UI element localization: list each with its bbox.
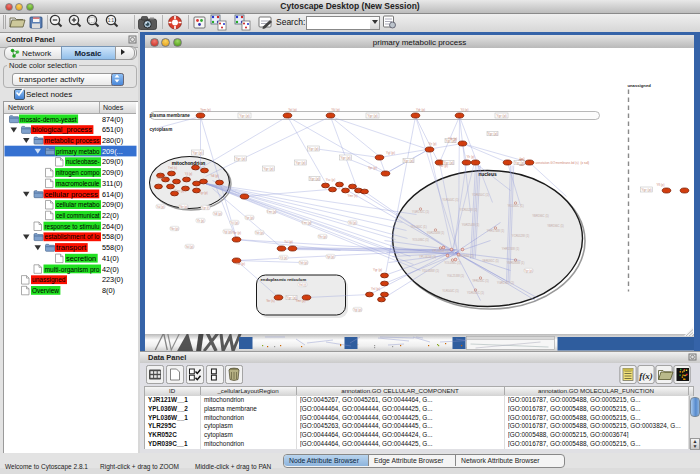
svg-text:874(0): 874(0): [102, 115, 123, 124]
svg-text:mosaic-demo-yeast: mosaic-demo-yeast: [20, 116, 77, 124]
svg-text:Ypr (p): Ypr (p): [245, 215, 253, 219]
svg-text:Ygr (p): Ygr (p): [263, 167, 273, 171]
svg-text:8(0): 8(0): [102, 286, 115, 295]
svg-text:22(0): 22(0): [102, 211, 119, 220]
svg-text:280(0): 280(0): [102, 136, 123, 145]
svg-text:Yal (p): Yal (p): [156, 204, 164, 208]
svg-text:YCR012W (1): YCR012W (1): [459, 207, 476, 211]
svg-text:Ygr (p): Ygr (p): [308, 147, 318, 151]
svg-text:response to stimulu: response to stimulu: [45, 223, 100, 231]
svg-text:YCR012W (1): YCR012W (1): [511, 233, 528, 237]
svg-text:Ygr (p): Ygr (p): [199, 190, 208, 194]
svg-text:Ybr (p): Ybr (p): [170, 226, 179, 230]
svg-text:YBR196C (1): YBR196C (1): [532, 213, 549, 217]
svg-text:Ygr (p): Ygr (p): [641, 188, 651, 192]
svg-text:(pr): (pr): [519, 156, 524, 160]
svg-text:Ynl (r): Ynl (r): [298, 282, 306, 286]
svg-text:223(0): 223(0): [102, 275, 123, 284]
svg-text:Yol (p): Yol (p): [185, 244, 193, 248]
svg-text:209(0): 209(0): [102, 200, 123, 209]
svg-text:Ydl (p): Ydl (p): [210, 173, 218, 177]
svg-text:651(0): 651(0): [102, 125, 123, 134]
svg-text:YGR254W (1): YGR254W (1): [461, 222, 479, 226]
svg-text:Ymr (p): Ymr (p): [301, 220, 310, 224]
svg-text:Ykl (p): Ykl (p): [331, 107, 340, 111]
svg-text:YAL038W (1): YAL038W (1): [457, 253, 474, 257]
svg-text:264(0): 264(0): [102, 222, 123, 231]
svg-text:Yml (s): Yml (s): [168, 165, 177, 169]
svg-text:YBR196C (1): YBR196C (1): [547, 223, 564, 227]
svg-text:Overview: Overview: [32, 287, 60, 294]
svg-text:209(0): 209(0): [102, 157, 123, 166]
svg-text:Yjl (p): Yjl (p): [460, 107, 468, 111]
svg-text:Yfl (p): Yfl (p): [656, 182, 664, 186]
svg-text:Ygr (p): Ygr (p): [367, 114, 377, 118]
svg-text:Ykr (p): Ykr (p): [439, 163, 448, 167]
svg-text:Ykl (p): Ykl (p): [348, 220, 356, 224]
svg-text:transport: transport: [56, 244, 86, 252]
svg-text:Ylr (p): Ylr (p): [196, 218, 204, 222]
svg-text:Ygr (p): Ygr (p): [239, 114, 249, 118]
svg-text:nucleobase-: nucleobase-: [66, 158, 100, 165]
svg-text:Ygr (p): Ygr (p): [295, 161, 305, 165]
svg-text:YHR174W (1): YHR174W (1): [501, 246, 518, 250]
svg-text:plasma membrane: plasma membrane: [149, 113, 190, 118]
svg-text:Ygr (p): Ygr (p): [487, 132, 497, 136]
svg-text:establishment of lo: establishment of lo: [45, 233, 100, 240]
svg-text:Ybr (p): Ybr (p): [179, 204, 188, 208]
svg-text:Ydr (p): Ydr (p): [255, 230, 264, 234]
svg-text:annotation.GO:membrane-bd (s): annotation.GO:membrane-bd (s): [535, 161, 578, 165]
svg-text:biological_process: biological_process: [32, 126, 92, 134]
svg-text:Ygr (p): Ygr (p): [192, 151, 202, 155]
svg-text:Ypm (p): Ypm (p): [200, 107, 210, 111]
svg-text:Ygr (r): Ygr (r): [201, 205, 209, 209]
svg-text:unassigned: unassigned: [32, 276, 66, 284]
svg-text:YOL086C (1): YOL086C (1): [412, 237, 429, 241]
svg-text:Ygr (p): Ygr (p): [403, 159, 413, 163]
svg-text:Ycl (p): Ycl (p): [284, 239, 293, 243]
svg-text:209(...: 209(...: [102, 147, 123, 156]
svg-text:209(0): 209(0): [102, 168, 123, 177]
svg-text:YGL253W (1): YGL253W (1): [446, 273, 463, 277]
svg-text:Ymr (s): Ymr (s): [347, 193, 357, 197]
svg-text:Ygr (p): Ygr (p): [372, 267, 381, 271]
svg-text:41(0): 41(0): [102, 254, 119, 263]
svg-text:(x sol): (x sol): [580, 161, 589, 165]
svg-text:secretion: secretion: [66, 255, 96, 262]
svg-text:Ygl (p): Ygl (p): [386, 150, 395, 154]
svg-text:Ysc (p): Ysc (p): [325, 177, 335, 181]
svg-text:metabolic process: metabolic process: [45, 137, 100, 145]
svg-text:f(x): f(x): [639, 371, 653, 381]
svg-text:Ypl (p): Ypl (p): [326, 254, 334, 258]
svg-text:558(0): 558(0): [102, 232, 123, 241]
svg-text:Ylr (p): Ylr (p): [466, 154, 474, 158]
svg-text:YPL061W (1): YPL061W (1): [419, 254, 436, 258]
svg-text:nitrogen compo: nitrogen compo: [56, 169, 100, 177]
svg-text:Ygr (p): Ygr (p): [524, 268, 533, 272]
svg-text:614(0): 614(0): [102, 190, 123, 199]
svg-text:Ygl (p): Ygl (p): [353, 307, 361, 311]
svg-text:Ydr (p): Ydr (p): [299, 260, 308, 264]
svg-text:Ydr (p): Ydr (p): [447, 136, 456, 140]
svg-text:Ybr (p): Ybr (p): [231, 230, 240, 234]
svg-text:unassigned: unassigned: [627, 82, 651, 87]
svg-text:primary metabo: primary metabo: [56, 148, 100, 156]
svg-text:Ycl (p): Ycl (p): [230, 220, 238, 224]
svg-text:Ynl (p): Ynl (p): [371, 286, 380, 290]
svg-text:Ydr (p): Ydr (p): [415, 107, 424, 111]
svg-text:Ypl (p): Ypl (p): [288, 107, 297, 111]
svg-text:Yjl (p): Yjl (p): [184, 171, 191, 175]
svg-text:Ygr (p): Ygr (p): [514, 161, 524, 165]
svg-text:YDL168W (1): YDL168W (1): [422, 268, 439, 272]
svg-text:Ydl (p): Ydl (p): [236, 261, 245, 265]
svg-text:42(0): 42(0): [102, 265, 119, 274]
svg-text:YKL060C (1): YKL060C (1): [410, 224, 426, 228]
svg-text:cell communicat: cell communicat: [56, 212, 100, 219]
svg-text:cellular metabo: cellular metabo: [56, 201, 100, 208]
svg-text:Ygr (p): Ygr (p): [309, 177, 319, 181]
svg-text:Ykl (p): Ykl (p): [156, 175, 164, 179]
svg-text:Ygr (p): Ygr (p): [235, 157, 245, 161]
svg-text:Ymr (p): Ymr (p): [295, 298, 305, 302]
svg-text:Yjr (p): Yjr (p): [428, 141, 436, 145]
svg-text:Yer (s): Yer (s): [266, 298, 275, 302]
